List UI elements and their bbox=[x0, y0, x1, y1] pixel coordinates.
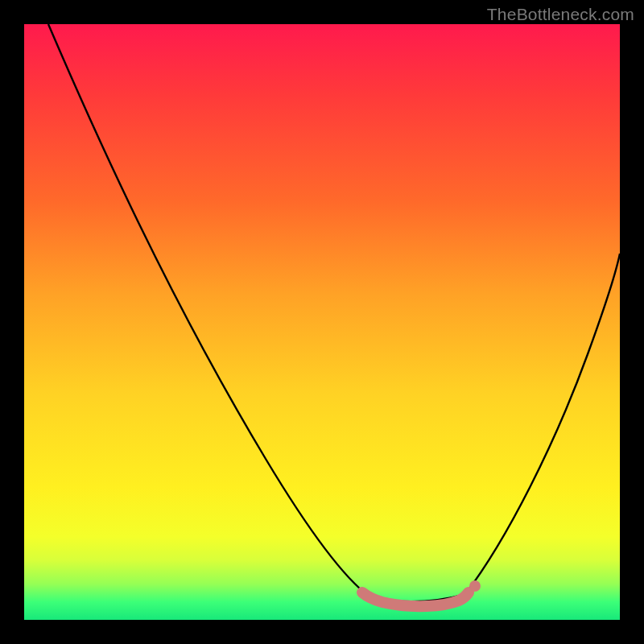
chart-frame: TheBottleneck.com bbox=[0, 0, 644, 644]
plot-area bbox=[24, 24, 620, 620]
pink-flat-segment bbox=[362, 592, 469, 606]
curves-layer bbox=[24, 24, 620, 620]
pink-right-dot bbox=[469, 580, 481, 592]
watermark-text: TheBottleneck.com bbox=[487, 5, 634, 24]
right-curve bbox=[465, 254, 620, 594]
left-curve bbox=[48, 24, 370, 597]
